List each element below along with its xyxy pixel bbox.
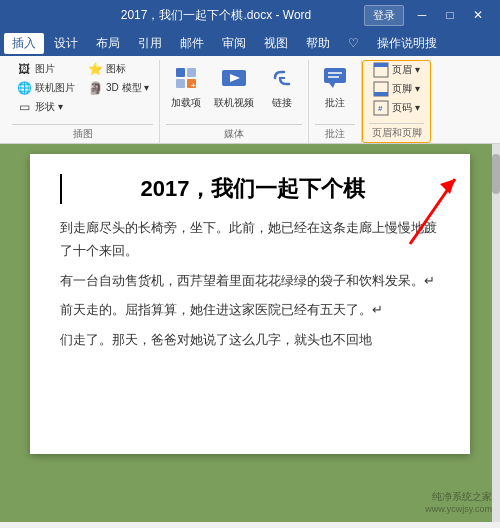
menu-item-heart[interactable]: ♡ bbox=[340, 34, 367, 52]
ribbon-btn-header[interactable]: 页眉 ▾ bbox=[369, 61, 424, 79]
ribbon-btn-icon[interactable]: ⭐ 图标 bbox=[83, 60, 153, 78]
document-title: 2017，我们一起下个棋 bbox=[60, 174, 440, 204]
window-title: 2017，我们一起下个棋.docx - Word bbox=[68, 7, 364, 24]
window-controls: ─ □ ✕ bbox=[408, 4, 492, 26]
ribbon-btn-picture[interactable]: 🖼 图片 bbox=[12, 60, 79, 78]
svg-rect-1 bbox=[187, 68, 196, 77]
svg-text:#: # bbox=[378, 104, 383, 113]
page-area: 2017，我们一起下个棋 到走廊尽头的长椅旁，坐下。此前，她已经在这条走廊上慢慢… bbox=[0, 144, 500, 522]
ribbon-btn-3d-model[interactable]: 🗿 3D 模型 ▾ bbox=[83, 79, 153, 97]
login-button[interactable]: 登录 bbox=[364, 5, 404, 26]
footer-label: 页脚 ▾ bbox=[392, 82, 420, 96]
menu-bar: 插入 设计 布局 引用 邮件 审阅 视图 帮助 ♡ 操作说明搜 bbox=[0, 30, 500, 56]
ribbon-btn-addins[interactable]: + 加载项 bbox=[166, 60, 206, 112]
picture-label: 图片 bbox=[35, 62, 55, 76]
addins-label: 加载项 bbox=[171, 96, 201, 110]
menu-item-design[interactable]: 设计 bbox=[46, 33, 86, 54]
watermark: 纯净系统之家 www.ycwjsy.com bbox=[425, 490, 492, 514]
online-picture-label: 联机图片 bbox=[35, 81, 75, 95]
ribbon-items-comment: 批注 bbox=[315, 60, 355, 122]
3d-model-label: 3D 模型 ▾ bbox=[106, 81, 149, 95]
paragraph-2: 有一台自动售货机，西芹望着里面花花绿绿的袋子和饮料发呆。↵ bbox=[60, 269, 440, 292]
group-label-header-footer: 页眉和页脚 bbox=[369, 123, 424, 142]
svg-text:+: + bbox=[191, 81, 196, 90]
paragraph-1: 到走廊尽头的长椅旁，坐下。此前，她已经在这条走廊上慢慢地踱了十个来回。 bbox=[60, 216, 440, 263]
link-icon bbox=[266, 62, 298, 94]
header-label: 页眉 ▾ bbox=[392, 63, 420, 77]
menu-item-search[interactable]: 操作说明搜 bbox=[369, 33, 445, 54]
vertical-scrollbar[interactable] bbox=[492, 144, 500, 522]
svg-marker-8 bbox=[329, 83, 335, 88]
paragraph-4: 们走了。那天，爸爸对她说了这么几字，就头也不回地 bbox=[60, 328, 440, 351]
paragraph-3: 前天走的。屈指算算，她住进这家医院已经有五天了。↵ bbox=[60, 298, 440, 321]
ribbon-btn-online-picture[interactable]: 🌐 联机图片 bbox=[12, 79, 79, 97]
ribbon-items-header-footer: 页眉 ▾ 页脚 ▾ # bbox=[369, 61, 424, 121]
ribbon-btn-link[interactable]: 链接 bbox=[262, 60, 302, 112]
page-number-icon: # bbox=[373, 100, 389, 116]
ribbon-btn-comment[interactable]: 批注 bbox=[315, 60, 355, 112]
link-label: 链接 bbox=[272, 96, 292, 110]
menu-item-view[interactable]: 视图 bbox=[256, 33, 296, 54]
3d-model-icon: 🗿 bbox=[87, 80, 103, 96]
group-label-comment: 批注 bbox=[315, 124, 355, 143]
online-picture-icon: 🌐 bbox=[16, 80, 32, 96]
ribbon-group-header-footer: 页眉 ▾ 页脚 ▾ # bbox=[362, 60, 431, 143]
ribbon-btn-shape[interactable]: ▭ 形状 ▾ bbox=[12, 98, 79, 116]
shape-icon: ▭ bbox=[16, 99, 32, 115]
menu-item-layout[interactable]: 布局 bbox=[88, 33, 128, 54]
footer-icon bbox=[373, 81, 389, 97]
ribbon-btn-online-video[interactable]: 联机视频 bbox=[210, 60, 258, 112]
addins-icon: + bbox=[170, 62, 202, 94]
svg-rect-12 bbox=[374, 63, 388, 67]
menu-item-references[interactable]: 引用 bbox=[130, 33, 170, 54]
ribbon-group-comment: 批注 批注 bbox=[309, 60, 362, 143]
svg-rect-2 bbox=[176, 79, 185, 88]
maximize-button[interactable]: □ bbox=[436, 4, 464, 26]
page-number-label: 页码 ▾ bbox=[392, 101, 420, 115]
ribbon: 🖼 图片 🌐 联机图片 ▭ 形状 ▾ ⭐ 图标 🗿 bbox=[0, 56, 500, 144]
online-video-label: 联机视频 bbox=[214, 96, 254, 110]
title-bar-right: 登录 ─ □ ✕ bbox=[364, 4, 492, 26]
close-button[interactable]: ✕ bbox=[464, 4, 492, 26]
online-video-icon bbox=[218, 62, 250, 94]
ribbon-col-pics: 🖼 图片 🌐 联机图片 ▭ 形状 ▾ bbox=[12, 60, 79, 116]
ribbon-group-illustration: 🖼 图片 🌐 联机图片 ▭ 形状 ▾ ⭐ 图标 🗿 bbox=[6, 60, 160, 143]
group-label-media: 媒体 bbox=[166, 124, 302, 143]
ribbon-col-hf: 页眉 ▾ 页脚 ▾ # bbox=[369, 61, 424, 117]
minimize-button[interactable]: ─ bbox=[408, 4, 436, 26]
menu-item-mailings[interactable]: 邮件 bbox=[172, 33, 212, 54]
document-page: 2017，我们一起下个棋 到走廊尽头的长椅旁，坐下。此前，她已经在这条走廊上慢慢… bbox=[30, 154, 470, 454]
ribbon-col-icons: ⭐ 图标 🗿 3D 模型 ▾ bbox=[83, 60, 153, 97]
svg-rect-7 bbox=[324, 68, 346, 83]
menu-item-help[interactable]: 帮助 bbox=[298, 33, 338, 54]
icon-label: 图标 bbox=[106, 62, 126, 76]
ribbon-group-media: + 加载项 联机视频 bbox=[160, 60, 309, 143]
icon-icon: ⭐ bbox=[87, 61, 103, 77]
comment-icon bbox=[319, 62, 351, 94]
ribbon-items-media: + 加载项 联机视频 bbox=[166, 60, 302, 122]
ribbon-btn-footer[interactable]: 页脚 ▾ bbox=[369, 80, 424, 98]
svg-rect-0 bbox=[176, 68, 185, 77]
comment-label: 批注 bbox=[325, 96, 345, 110]
menu-item-review[interactable]: 审阅 bbox=[214, 33, 254, 54]
group-label-illustration: 插图 bbox=[12, 124, 153, 143]
ribbon-btn-page-number[interactable]: # 页码 ▾ bbox=[369, 99, 424, 117]
header-icon bbox=[373, 62, 389, 78]
menu-item-insert[interactable]: 插入 bbox=[4, 33, 44, 54]
ribbon-items-illustration: 🖼 图片 🌐 联机图片 ▭ 形状 ▾ ⭐ 图标 🗿 bbox=[12, 60, 153, 122]
picture-icon: 🖼 bbox=[16, 61, 32, 77]
title-bar: 2017，我们一起下个棋.docx - Word 登录 ─ □ ✕ bbox=[0, 0, 500, 30]
svg-rect-14 bbox=[374, 92, 388, 96]
shape-label: 形状 ▾ bbox=[35, 100, 63, 114]
